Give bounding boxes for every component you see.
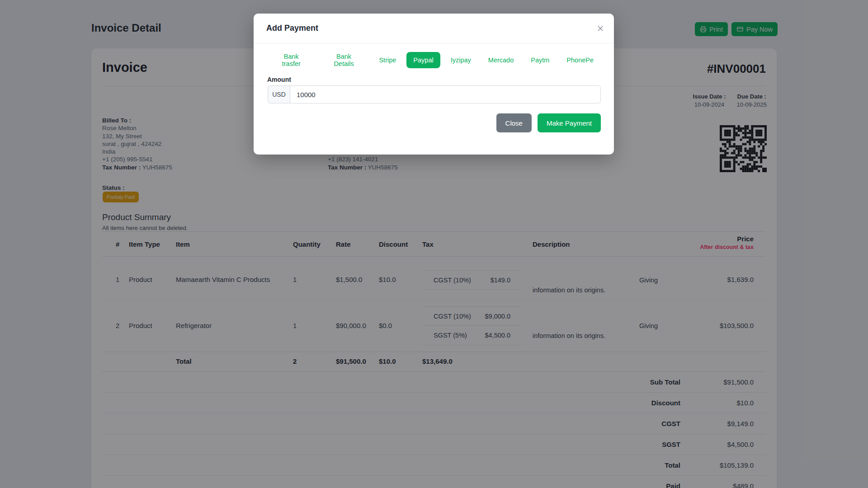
- amount-input-group: USD: [268, 85, 601, 103]
- tab-bank-transfer[interactable]: Bank trasfer: [267, 52, 316, 68]
- make-payment-button[interactable]: Make Payment: [538, 113, 601, 132]
- amount-label: Amount: [267, 76, 291, 83]
- close-icon: [596, 24, 604, 34]
- modal-divider: [254, 43, 614, 43]
- tab-phonepe[interactable]: PhonePe: [560, 52, 600, 68]
- tab-paypal[interactable]: Paypal: [406, 52, 440, 68]
- tab-bank-details[interactable]: Bank Details: [319, 52, 369, 68]
- currency-prefix: USD: [268, 85, 290, 103]
- tab-stripe[interactable]: Stripe: [372, 52, 403, 68]
- modal-title: Add Payment: [266, 23, 318, 33]
- tab-iyzipay[interactable]: Iyzipay: [444, 52, 478, 68]
- modal-footer: Close Make Payment: [496, 113, 601, 132]
- tab-mercado[interactable]: Mercado: [481, 52, 520, 68]
- payment-method-tabs: Bank trasfer Bank Details Stripe Paypal …: [267, 52, 600, 68]
- modal-close-button[interactable]: [594, 23, 607, 35]
- modal-close-action-button[interactable]: Close: [496, 113, 532, 132]
- tab-paytm[interactable]: Paytm: [524, 52, 556, 68]
- add-payment-modal: Add Payment Bank trasfer Bank Details St…: [254, 14, 614, 155]
- amount-input[interactable]: [290, 85, 601, 103]
